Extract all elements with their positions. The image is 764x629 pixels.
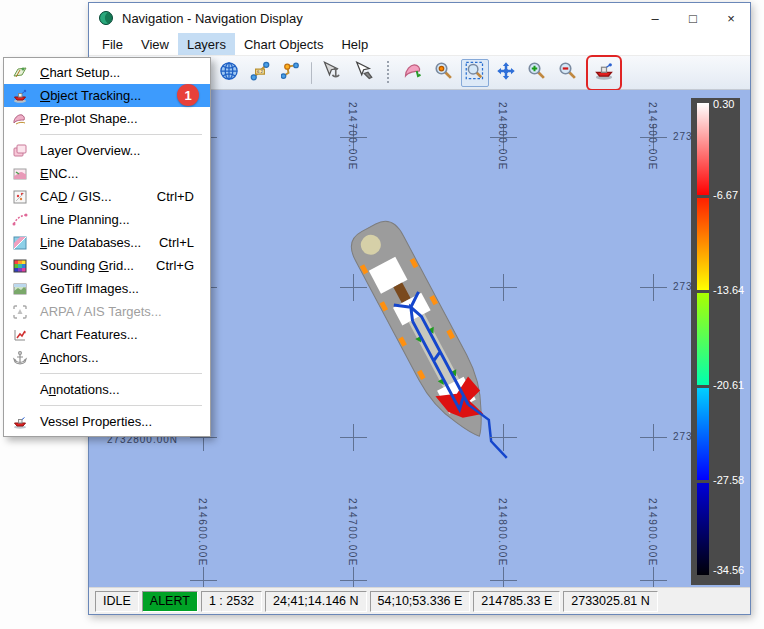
menu-item-chart-features[interactable]: Chart Features...: [4, 323, 210, 346]
zoom-window-button[interactable]: [461, 59, 489, 87]
toolbar-separator: [311, 62, 312, 84]
easting-label: 214700.00E: [347, 498, 358, 567]
svg-text:6 2: 6 2: [257, 69, 264, 74]
menu-item-object-tracking[interactable]: Object Tracking... 1: [4, 84, 210, 107]
menu-item-vessel-properties[interactable]: Vessel Properties...: [4, 410, 210, 433]
window-title: Navigation - Navigation Display: [122, 11, 303, 26]
scale-segment: [697, 198, 709, 290]
menu-item-line-planning[interactable]: Line Planning...: [4, 208, 210, 231]
depth-scale: 0.30-6.67-13.64-20.61-27.58-34.56: [691, 98, 740, 585]
menu-separator: [40, 134, 202, 135]
line-databases-icon: [9, 235, 31, 251]
minimize-button[interactable]: –: [636, 3, 674, 33]
scale-segment: [697, 293, 709, 385]
globe-button[interactable]: [215, 59, 243, 87]
menu-item-arpa-ais-targets[interactable]: ARPA / AIS Targets...: [4, 300, 210, 323]
shotpoint-path-icon: [281, 61, 301, 85]
zoom-out-button[interactable]: [554, 59, 582, 87]
scale-segment: [697, 388, 709, 480]
anchor-icon: [9, 350, 31, 366]
easting-label: 214900.00E: [647, 498, 658, 567]
menu-item-geotiff-images[interactable]: GeoTiff Images...: [4, 277, 210, 300]
zoom-previous-button[interactable]: [430, 59, 458, 87]
zoom-in-icon: [527, 61, 547, 85]
scale-value: -6.67: [713, 189, 738, 201]
enc-icon: [9, 166, 31, 182]
maximize-button[interactable]: □: [674, 3, 712, 33]
menu-item-cad-gis[interactable]: CAD / GIS... Ctrl+D: [4, 185, 210, 208]
object-tracking-icon: [9, 88, 31, 104]
menu-item-layer-overview[interactable]: Layer Overview...: [4, 139, 210, 162]
toolbar-grip: [385, 61, 391, 85]
menu-item-annotations[interactable]: Annotations...: [4, 378, 210, 401]
pan-button[interactable]: [492, 59, 520, 87]
northing-label: 273: [673, 281, 693, 292]
vessel-tracking-icon: [594, 61, 614, 85]
zoom-previous-icon: [434, 61, 454, 85]
menubar-file[interactable]: File: [93, 33, 132, 55]
menu-item-chart-setup[interactable]: Chart Setup...: [4, 61, 210, 84]
menu-item-pre-plot-shape[interactable]: Pre-plot Shape...: [4, 107, 210, 130]
easting-label: 214800.00E: [497, 102, 508, 171]
menubar-layers[interactable]: Layers: [178, 33, 235, 55]
vessel-tracking-button[interactable]: [590, 59, 618, 87]
seismic-line-button[interactable]: 6 2: [246, 59, 274, 87]
geotiff-icon: [9, 281, 31, 297]
status-54-10-53-336-e: 54;10;53.336 E: [370, 591, 471, 612]
line-planning-icon: [9, 212, 31, 228]
easting-label: 214900.00E: [647, 102, 658, 171]
zoom-window-icon: [465, 61, 485, 85]
shotpoint-path-button[interactable]: [277, 59, 305, 87]
northing-label: 273: [673, 131, 693, 142]
select-cursor-icon: [353, 61, 373, 85]
menubar-help[interactable]: Help: [332, 33, 377, 55]
close-button[interactable]: ×: [712, 3, 750, 33]
status-bar: IDLEALERT1 : 253224;41;14.146 N54;10;53.…: [89, 587, 750, 614]
grid-cross: [340, 567, 367, 587]
layer-overview-icon: [9, 143, 31, 159]
layers-view-button[interactable]: [399, 59, 427, 87]
title-bar[interactable]: Navigation - Navigation Display –□×: [89, 3, 750, 33]
pan-icon: [496, 61, 516, 85]
menu-item-line-databases[interactable]: Line Databases... Ctrl+L: [4, 231, 210, 254]
seismic-line-icon: 6 2: [250, 61, 270, 85]
grid-cross: [190, 567, 217, 587]
scale-value: -13.64: [713, 284, 744, 296]
scale-segment: [697, 103, 709, 195]
grid-cross: [640, 567, 667, 587]
menubar-view[interactable]: View: [132, 33, 178, 55]
app-globe-icon: [98, 10, 114, 26]
scale-value: 0.30: [713, 98, 734, 110]
scale-value: -27.58: [713, 474, 744, 486]
menu-item-sounding-grid[interactable]: Sounding Grid... Ctrl+G: [4, 254, 210, 277]
scale-segment: [697, 483, 709, 575]
status-24-41-14-146-n: 24;41;14.146 N: [265, 591, 367, 612]
globe-icon: [219, 61, 239, 85]
menubar-chart-objects[interactable]: Chart Objects: [235, 33, 332, 55]
vessel-icon: [9, 414, 31, 430]
menu-item-anchors[interactable]: Anchors...: [4, 346, 210, 369]
select-cursor-button[interactable]: [349, 59, 377, 87]
status-2733025-81-n: 2733025.81 N: [563, 591, 658, 612]
zoom-in-button[interactable]: [523, 59, 551, 87]
anchor-cursor-icon: [322, 61, 342, 85]
status-alert: ALERT: [142, 591, 198, 612]
menu-item-enc[interactable]: ENC...: [4, 162, 210, 185]
status-idle: IDLE: [95, 591, 139, 612]
easting-label: 214800.00E: [497, 498, 508, 567]
anchor-cursor-button[interactable]: [318, 59, 346, 87]
grid-cross: [490, 567, 517, 587]
scale-value: -34.56: [713, 564, 744, 576]
preplot-shape-icon: [9, 111, 31, 127]
status-214785-33-e: 214785.33 E: [473, 591, 560, 612]
status-1-2532: 1 : 2532: [201, 591, 262, 612]
sounding-grid-icon: [9, 258, 31, 274]
menu-bar: FileViewLayersChart ObjectsHelp: [89, 33, 750, 55]
grid-cross: [640, 424, 667, 451]
scale-value: -20.61: [713, 379, 744, 391]
chart-features-icon: [9, 327, 31, 343]
arpa-ais-icon: [9, 304, 31, 320]
easting-label: 214600.00E: [197, 498, 208, 567]
layers-menu: Chart Setup... Object Tracking... 1 Pre-…: [3, 57, 211, 437]
menu-separator: [40, 405, 202, 406]
